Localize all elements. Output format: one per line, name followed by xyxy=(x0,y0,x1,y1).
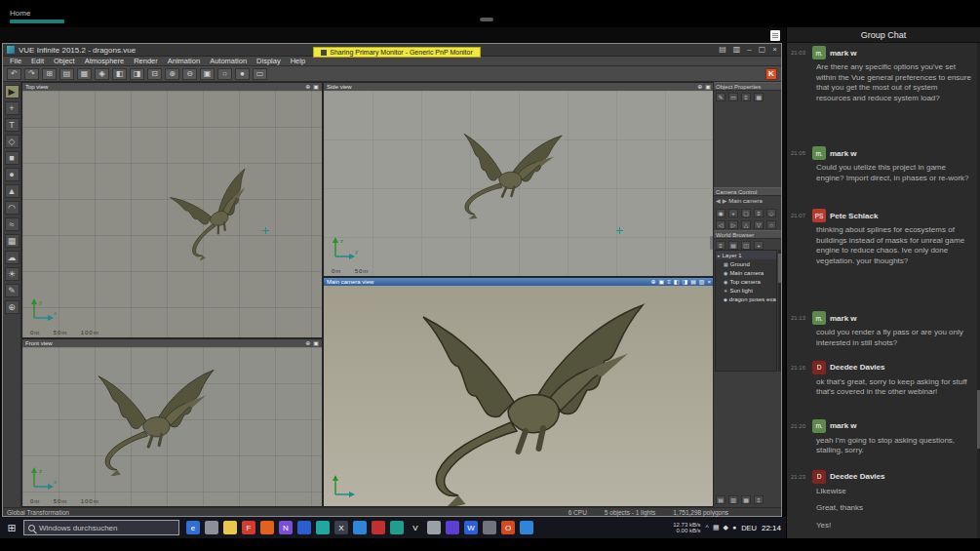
tree-scrollbar[interactable] xyxy=(778,250,781,372)
menu-item[interactable]: Automation xyxy=(205,57,252,65)
home-tab[interactable]: Home xyxy=(10,9,30,18)
window-control-icon[interactable]: – xyxy=(747,46,751,54)
camera-control-header[interactable]: Camera Control xyxy=(714,187,781,196)
tool-icon[interactable]: + xyxy=(5,101,20,115)
tool-icon[interactable]: ≈ xyxy=(5,217,20,231)
world-browser-icon[interactable]: + xyxy=(754,241,764,250)
taskbar-app-icon[interactable]: e xyxy=(186,521,200,534)
taskbar-app-icon[interactable] xyxy=(316,521,330,534)
viewport-header-icon[interactable]: ≡ xyxy=(667,278,671,286)
viewport-header-icon[interactable]: ▣ xyxy=(705,83,711,91)
viewport-front-header[interactable]: Front view ⊕▣ xyxy=(22,339,322,347)
viewport-header-icon[interactable]: ▣ xyxy=(313,339,319,347)
camera-control-icon[interactable]: ≡ xyxy=(754,209,764,217)
camera-control-icon[interactable]: ○ xyxy=(766,220,776,229)
window-control-icon[interactable]: ▤ xyxy=(719,46,726,54)
camera-control-icon[interactable]: ▢ xyxy=(741,209,751,217)
viewport-top-header[interactable]: Top view ⊕▣ xyxy=(22,83,322,91)
tool-icon[interactable]: T xyxy=(5,118,20,132)
panel-bottom-icon[interactable]: ▦ xyxy=(741,495,751,504)
viewport-side-canvas[interactable]: z y 0m 50m xyxy=(324,91,714,276)
tool-icon[interactable]: ● xyxy=(5,168,20,181)
viewport-header-icon[interactable]: ⊕ xyxy=(651,278,656,286)
taskbar-app-icon[interactable] xyxy=(427,521,441,534)
object-properties-icon[interactable]: ▦ xyxy=(754,93,764,101)
tool-icon[interactable]: ◇ xyxy=(5,135,20,148)
top-bar-handle[interactable] xyxy=(480,18,493,21)
menu-item[interactable]: Display xyxy=(252,57,286,65)
toolbar-icon[interactable]: ↶ xyxy=(7,68,21,80)
start-button[interactable]: ⊞ xyxy=(0,522,23,534)
camera-control-icon[interactable]: ◇ xyxy=(766,209,776,217)
k-plugin-button[interactable]: K xyxy=(765,68,777,80)
viewport-header-icon[interactable]: ⊕ xyxy=(697,83,702,91)
viewport-header-icon[interactable]: ◨ xyxy=(682,278,687,286)
taskbar-app-icon[interactable]: F xyxy=(242,521,255,534)
stop-sharing-icon[interactable] xyxy=(321,50,327,56)
window-control-icon[interactable]: × xyxy=(772,46,777,54)
toolbar-icon[interactable]: ⊟ xyxy=(147,68,162,80)
object-properties-icon[interactable]: ▭ xyxy=(728,93,738,101)
scene-tree-item[interactable]: ◉ Main camera xyxy=(716,268,776,277)
toolbar-icon[interactable]: ▣ xyxy=(200,68,215,80)
menu-item[interactable]: Object xyxy=(49,57,80,65)
taskbar-app-icon[interactable] xyxy=(260,521,274,534)
tool-icon[interactable]: ■ xyxy=(5,151,20,165)
scene-tree-item[interactable]: ◆ dragon poses example xyxy=(716,295,776,303)
taskbar-app-icon[interactable] xyxy=(483,521,496,534)
panel-splitter[interactable] xyxy=(710,236,713,250)
tray-icon[interactable]: ◆ xyxy=(724,524,728,531)
camera-control-icon[interactable]: ▽ xyxy=(754,220,764,229)
window-control-icon[interactable]: ▥ xyxy=(733,46,741,54)
menu-item[interactable]: Atmosphere xyxy=(80,57,129,65)
toolbar-icon[interactable]: ▤ xyxy=(59,68,74,80)
camera-control-icon[interactable]: ◁ xyxy=(716,220,725,229)
viewport-side-header[interactable]: Side view ⊕▣ xyxy=(324,83,714,91)
world-browser-icon[interactable]: ◫ xyxy=(741,241,751,250)
object-properties-icon[interactable]: ✎ xyxy=(716,93,725,101)
taskbar-app-icon[interactable] xyxy=(372,521,385,534)
world-browser-header[interactable]: World Browser xyxy=(714,230,781,239)
viewport-header-icon[interactable]: ⊕ xyxy=(305,83,310,91)
tray-icon[interactable]: ▦ xyxy=(713,524,720,531)
taskbar-app-icon[interactable]: N xyxy=(279,521,293,534)
tray-icon[interactable]: ^ xyxy=(706,524,709,531)
tool-icon[interactable]: ▶ xyxy=(5,85,20,98)
tool-icon[interactable]: ⊕ xyxy=(5,300,20,314)
taskbar-app-icon[interactable] xyxy=(353,521,367,534)
scene-tree-item[interactable]: ☀ Sun light xyxy=(716,286,776,295)
panel-bottom-icon[interactable]: ▥ xyxy=(728,495,738,504)
world-browser-icon[interactable]: ≡ xyxy=(716,241,725,250)
toolbar-icon[interactable]: ○ xyxy=(217,68,232,80)
menu-item[interactable]: Animation xyxy=(163,57,205,65)
taskbar-app-icon[interactable]: W xyxy=(464,521,478,534)
tool-icon[interactable]: ▦ xyxy=(5,234,20,248)
viewport-header-icon[interactable]: ▣ xyxy=(313,83,319,91)
toolbar-icon[interactable]: ⊞ xyxy=(42,68,57,80)
language-indicator[interactable]: DEU xyxy=(741,524,757,532)
tool-icon[interactable]: ☁ xyxy=(5,251,20,264)
viewport-header-icon[interactable]: ◧ xyxy=(674,278,680,286)
viewport-header-icon[interactable]: ▤ xyxy=(690,278,696,286)
window-control-icon[interactable]: ▢ xyxy=(759,46,766,54)
viewport-front-canvas[interactable]: z x 0m 50m 100m xyxy=(22,347,322,506)
toolbar-icon[interactable]: ◧ xyxy=(112,68,127,80)
viewport-main-canvas[interactable] xyxy=(324,286,714,506)
toolbar-icon[interactable]: ▦ xyxy=(77,68,92,80)
toolbar-icon[interactable]: ◨ xyxy=(130,68,144,80)
clock[interactable]: 22:14 xyxy=(762,524,781,532)
taskbar-search[interactable]: Windows durchsuchen xyxy=(23,520,179,535)
notes-icon[interactable] xyxy=(770,30,780,41)
tool-icon[interactable]: ▲ xyxy=(5,184,20,198)
camera-control-icon[interactable]: ◉ xyxy=(716,209,725,217)
tool-icon[interactable]: ◠ xyxy=(5,201,20,215)
object-properties-header[interactable]: Object Properties xyxy=(714,82,781,91)
dragon-model[interactable] xyxy=(71,361,227,476)
toolbar-icon[interactable]: ◈ xyxy=(95,68,109,80)
dragon-model[interactable] xyxy=(436,119,574,225)
menu-item[interactable]: Edit xyxy=(26,57,49,65)
tool-icon[interactable]: ✎ xyxy=(5,284,20,297)
camera-selector[interactable]: ◀ ▶ Main camera xyxy=(714,197,781,204)
panel-bottom-icon[interactable]: ≡ xyxy=(754,495,764,504)
tree-scrollbar-thumb[interactable] xyxy=(778,254,781,283)
